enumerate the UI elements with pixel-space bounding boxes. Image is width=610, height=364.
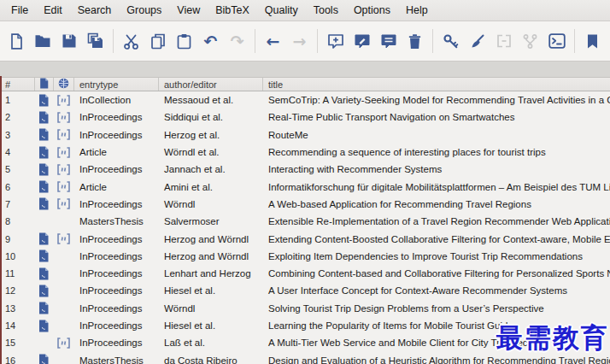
table-row[interactable]: 6 Article Amini et al. Informatikforschu…: [0, 178, 610, 195]
citation-marker-icon[interactable]: [53, 178, 73, 195]
row-number: 6: [0, 182, 34, 192]
paste-button[interactable]: [171, 27, 197, 55]
save-all-button[interactable]: [82, 27, 109, 55]
title-cell: Combining Content-based and Collaborativ…: [262, 268, 610, 279]
citation-marker-icon[interactable]: [53, 334, 73, 351]
bookmark-filled-icon: [586, 33, 599, 50]
file-attachment-icon[interactable]: [34, 317, 53, 334]
citation-marker-icon: [53, 351, 73, 364]
author-cell: Messaoud et al.: [158, 95, 262, 105]
back-button[interactable]: ←: [260, 27, 286, 55]
menu-help[interactable]: Help: [398, 0, 436, 21]
title-cell: A Web-based Application for Recommending…: [262, 199, 610, 209]
new-comment-button[interactable]: [375, 27, 402, 55]
column-header-entrytype[interactable]: entrytype: [73, 78, 158, 91]
undo-button[interactable]: ↶: [197, 27, 224, 55]
menu-groups[interactable]: Groups: [119, 0, 169, 21]
menu-edit[interactable]: Edit: [36, 0, 70, 21]
citation-marker-icon[interactable]: [53, 161, 73, 178]
file-attachment-icon[interactable]: [34, 109, 53, 126]
save-library-button[interactable]: [56, 27, 82, 55]
table-row[interactable]: 3 InProceedings Herzog et al. RouteMe: [0, 126, 610, 144]
file-attachment-icon[interactable]: [34, 282, 53, 299]
table-row[interactable]: 7 InProceedings Wörndl A Web-based Appli…: [0, 196, 610, 213]
generate-citekey-icon: [443, 33, 459, 50]
table-row[interactable]: 10 InProceedings Herzog and Wörndl Explo…: [0, 248, 610, 265]
group-color-bar: [0, 76, 2, 364]
file-attachment-icon[interactable]: [34, 265, 53, 282]
menu-search[interactable]: Search: [70, 0, 120, 21]
cut-button[interactable]: [118, 27, 144, 55]
row-number: 1: [0, 95, 34, 105]
delete-entry-icon: [408, 33, 422, 50]
title-cell: RouteMe: [262, 130, 610, 140]
menu-view[interactable]: View: [169, 0, 208, 21]
new-library-button[interactable]: [3, 27, 29, 55]
menu-tools[interactable]: Tools: [306, 0, 346, 21]
menu-options[interactable]: Options: [346, 0, 398, 21]
citation-marker-icon[interactable]: [53, 144, 73, 161]
file-attachment-icon[interactable]: [34, 91, 53, 109]
table-row[interactable]: 1 InCollection Messaoud et al. SemCoTrip…: [0, 91, 610, 109]
menu-file[interactable]: File: [3, 0, 36, 21]
file-attachment-icon[interactable]: [34, 230, 53, 247]
entrytype-cell: InProceedings: [73, 338, 158, 348]
column-header-author[interactable]: author/editor: [158, 78, 262, 91]
generate-citekey-button[interactable]: [437, 27, 464, 55]
table-row[interactable]: 5 InProceedings Jannach et al. Interacti…: [0, 161, 610, 178]
entrytype-cell: InProceedings: [73, 320, 158, 331]
citation-marker-icon[interactable]: [53, 126, 73, 144]
bookmark-outline-button[interactable]: [606, 27, 610, 55]
merge-entries-button: [490, 27, 517, 55]
table-row[interactable]: 13 InProceedings Wörndl Solving Tourist …: [0, 300, 610, 317]
file-attachment-icon[interactable]: [34, 248, 53, 265]
table-row[interactable]: 11 InProceedings Lenhart and Herzog Comb…: [0, 265, 610, 282]
open-console-button[interactable]: [543, 27, 570, 55]
file-attachment-icon: [34, 334, 53, 351]
new-entry-button[interactable]: [322, 27, 349, 55]
copy-button[interactable]: [144, 27, 171, 55]
column-header-number[interactable]: #: [0, 78, 34, 91]
citation-marker-icon[interactable]: [53, 91, 73, 109]
table-row[interactable]: 12 InProceedings Hiesel et al. A User In…: [0, 282, 610, 299]
citation-marker-icon: [53, 282, 73, 299]
column-header-title[interactable]: title: [262, 78, 610, 91]
menu-bibtex[interactable]: BibTeX: [208, 0, 257, 21]
delete-entry-button[interactable]: [402, 27, 428, 55]
watermark-text: 最需教育: [496, 320, 609, 356]
file-attachment-icon[interactable]: [34, 144, 53, 161]
new-entry-icon: [327, 33, 344, 50]
table-row[interactable]: 2 InProceedings Siddiqui et al. Real-Tim…: [0, 109, 610, 126]
menu-quality[interactable]: Quality: [257, 0, 306, 21]
file-attachment-icon[interactable]: [34, 126, 53, 144]
menu-bar: FileEditSearchGroupsViewBibTeXQualityToo…: [0, 0, 610, 21]
row-number: 12: [0, 285, 34, 296]
file-attachment-icon[interactable]: [34, 196, 53, 213]
column-header-file[interactable]: [34, 78, 53, 91]
forward-button: →: [286, 27, 313, 55]
edit-entry-button[interactable]: [349, 27, 375, 55]
file-attachment-icon[interactable]: [34, 178, 53, 195]
file-attachment-icon[interactable]: [34, 300, 53, 317]
citation-marker-icon[interactable]: [53, 196, 73, 213]
author-cell: Jannach et al.: [158, 164, 262, 174]
entrytype-cell: InProceedings: [73, 164, 158, 174]
file-attachment-icon: [34, 213, 53, 230]
bookmark-filled-button[interactable]: [579, 27, 606, 55]
author-cell: Herzog et al.: [158, 130, 262, 140]
file-attachment-icon[interactable]: [34, 351, 53, 364]
open-library-button[interactable]: [29, 27, 56, 55]
cut-icon: [123, 33, 139, 50]
row-number: 4: [0, 147, 34, 157]
table-row[interactable]: 9 InProceedings Herzog and Wörndl Extend…: [0, 230, 610, 247]
row-number: 15: [0, 338, 34, 348]
citation-marker-icon[interactable]: [53, 230, 73, 247]
table-row[interactable]: 4 Article Wörndl et al. Recommending a s…: [0, 144, 610, 161]
file-attachment-icon[interactable]: [34, 161, 53, 178]
branch-icon: [522, 33, 538, 50]
row-number: 11: [0, 268, 34, 279]
citation-marker-icon[interactable]: [53, 109, 73, 126]
table-row[interactable]: 8 MastersThesis Salvermoser Extensible R…: [0, 213, 610, 230]
column-header-url[interactable]: [53, 78, 73, 91]
cleanup-entries-button[interactable]: [464, 27, 490, 55]
